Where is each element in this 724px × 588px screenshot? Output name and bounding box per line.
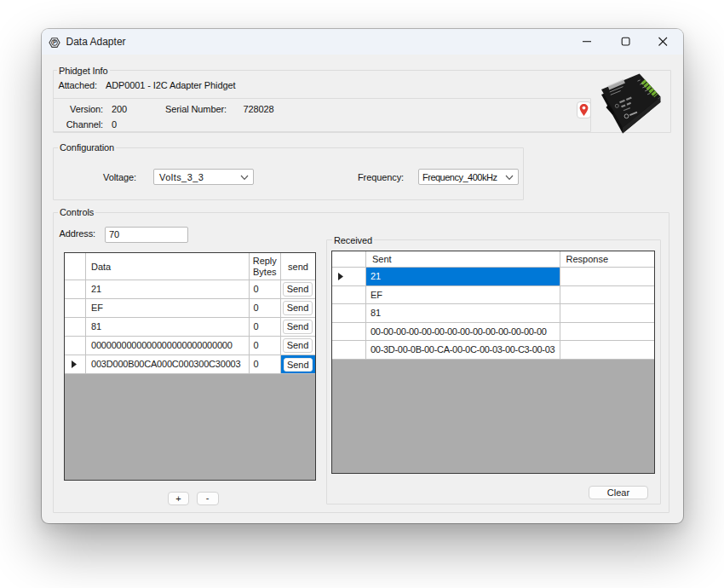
svg-text:P: P — [53, 39, 57, 45]
